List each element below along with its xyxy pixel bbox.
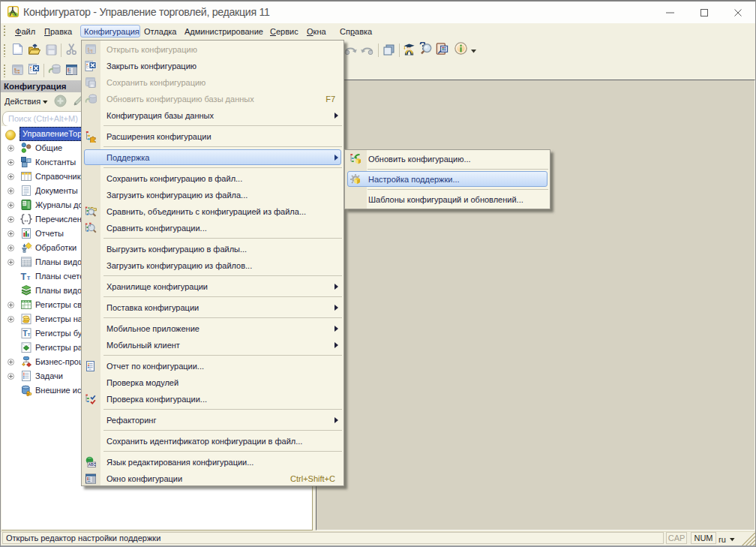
svg-text:T: T (21, 272, 27, 282)
svg-text:т: т (27, 273, 31, 281)
svg-text:ABC: ABC (88, 463, 97, 467)
svg-text:т: т (28, 331, 31, 338)
